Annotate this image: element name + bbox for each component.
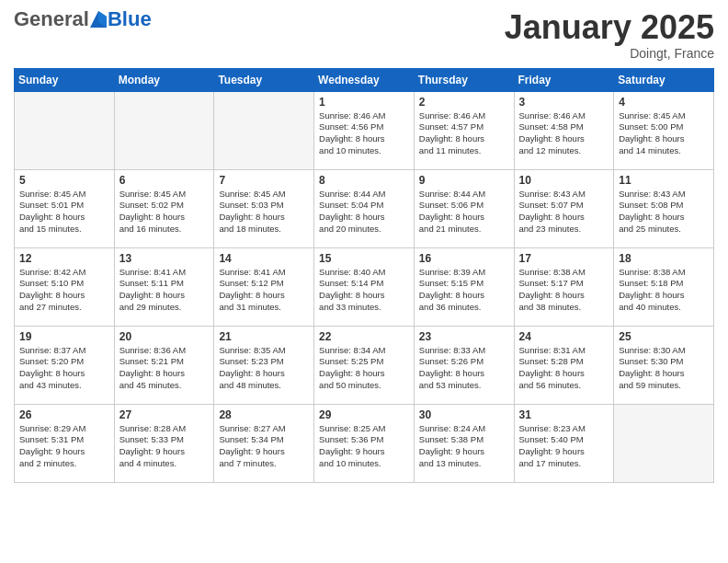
calendar-cell: 25Sunrise: 8:30 AM Sunset: 5:30 PM Dayli… <box>614 326 714 404</box>
calendar-cell: 18Sunrise: 8:38 AM Sunset: 5:18 PM Dayli… <box>614 247 714 326</box>
day-number: 3 <box>519 96 609 109</box>
calendar-week-row: 1Sunrise: 8:46 AM Sunset: 4:56 PM Daylig… <box>15 91 714 169</box>
calendar-cell: 29Sunrise: 8:25 AM Sunset: 5:36 PM Dayli… <box>314 404 415 482</box>
day-number: 9 <box>419 174 509 187</box>
day-info: Sunrise: 8:45 AM Sunset: 5:02 PM Dayligh… <box>119 189 210 236</box>
calendar-header-sunday: Sunday <box>15 68 115 91</box>
day-info: Sunrise: 8:38 AM Sunset: 5:18 PM Dayligh… <box>619 267 709 314</box>
calendar-cell: 24Sunrise: 8:31 AM Sunset: 5:28 PM Dayli… <box>514 326 614 404</box>
calendar-cell: 30Sunrise: 8:24 AM Sunset: 5:38 PM Dayli… <box>414 404 514 482</box>
day-number: 7 <box>219 174 309 187</box>
calendar-cell: 1Sunrise: 8:46 AM Sunset: 4:56 PM Daylig… <box>314 91 415 169</box>
day-number: 21 <box>219 330 309 343</box>
day-info: Sunrise: 8:37 AM Sunset: 5:20 PM Dayligh… <box>19 345 109 392</box>
header: General Blue January 2025 Doingt, France <box>14 9 714 61</box>
calendar-cell <box>214 91 314 169</box>
day-number: 20 <box>119 330 210 343</box>
calendar-cell: 11Sunrise: 8:43 AM Sunset: 5:08 PM Dayli… <box>614 169 714 247</box>
day-number: 4 <box>619 96 709 109</box>
day-info: Sunrise: 8:43 AM Sunset: 5:07 PM Dayligh… <box>519 189 609 236</box>
day-info: Sunrise: 8:38 AM Sunset: 5:17 PM Dayligh… <box>519 267 609 314</box>
calendar-cell: 20Sunrise: 8:36 AM Sunset: 5:21 PM Dayli… <box>114 326 214 404</box>
calendar-header-wednesday: Wednesday <box>314 68 415 91</box>
logo-general-text: General <box>14 9 89 29</box>
day-info: Sunrise: 8:31 AM Sunset: 5:28 PM Dayligh… <box>519 345 609 392</box>
day-info: Sunrise: 8:41 AM Sunset: 5:12 PM Dayligh… <box>219 267 309 314</box>
calendar-cell: 26Sunrise: 8:29 AM Sunset: 5:31 PM Dayli… <box>15 404 115 482</box>
calendar-header-thursday: Thursday <box>414 68 514 91</box>
calendar-cell: 5Sunrise: 8:45 AM Sunset: 5:01 PM Daylig… <box>15 169 115 247</box>
day-info: Sunrise: 8:39 AM Sunset: 5:15 PM Dayligh… <box>419 267 509 314</box>
day-info: Sunrise: 8:44 AM Sunset: 5:04 PM Dayligh… <box>319 189 409 236</box>
day-number: 14 <box>219 252 309 265</box>
calendar-subtitle: Doingt, France <box>505 46 714 61</box>
day-number: 23 <box>419 330 509 343</box>
calendar-cell: 31Sunrise: 8:23 AM Sunset: 5:40 PM Dayli… <box>514 404 614 482</box>
day-number: 15 <box>319 252 409 265</box>
day-number: 26 <box>19 408 109 421</box>
calendar-title: January 2025 <box>505 9 714 46</box>
calendar-cell: 27Sunrise: 8:28 AM Sunset: 5:33 PM Dayli… <box>114 404 214 482</box>
day-info: Sunrise: 8:46 AM Sunset: 4:58 PM Dayligh… <box>519 110 609 157</box>
day-info: Sunrise: 8:29 AM Sunset: 5:31 PM Dayligh… <box>19 423 109 470</box>
calendar-cell <box>15 91 115 169</box>
calendar-cell: 22Sunrise: 8:34 AM Sunset: 5:25 PM Dayli… <box>314 326 415 404</box>
calendar-cell: 23Sunrise: 8:33 AM Sunset: 5:26 PM Dayli… <box>414 326 514 404</box>
calendar-cell: 10Sunrise: 8:43 AM Sunset: 5:07 PM Dayli… <box>514 169 614 247</box>
calendar-cell: 9Sunrise: 8:44 AM Sunset: 5:06 PM Daylig… <box>414 169 514 247</box>
calendar-cell: 4Sunrise: 8:45 AM Sunset: 5:00 PM Daylig… <box>614 91 714 169</box>
day-info: Sunrise: 8:45 AM Sunset: 5:00 PM Dayligh… <box>619 110 709 157</box>
calendar-header-friday: Friday <box>514 68 614 91</box>
day-info: Sunrise: 8:23 AM Sunset: 5:40 PM Dayligh… <box>519 423 609 470</box>
day-number: 13 <box>119 252 210 265</box>
page: General Blue January 2025 Doingt, France… <box>0 0 728 563</box>
calendar-week-row: 5Sunrise: 8:45 AM Sunset: 5:01 PM Daylig… <box>15 169 714 247</box>
day-info: Sunrise: 8:46 AM Sunset: 4:57 PM Dayligh… <box>419 110 509 157</box>
day-number: 12 <box>19 252 109 265</box>
calendar-cell: 8Sunrise: 8:44 AM Sunset: 5:04 PM Daylig… <box>314 169 415 247</box>
calendar-week-row: 12Sunrise: 8:42 AM Sunset: 5:10 PM Dayli… <box>15 247 714 326</box>
day-number: 11 <box>619 174 709 187</box>
day-info: Sunrise: 8:25 AM Sunset: 5:36 PM Dayligh… <box>319 423 409 470</box>
title-block: January 2025 Doingt, France <box>505 9 714 61</box>
calendar-cell: 21Sunrise: 8:35 AM Sunset: 5:23 PM Dayli… <box>214 326 314 404</box>
day-number: 8 <box>319 174 409 187</box>
calendar-header-row: SundayMondayTuesdayWednesdayThursdayFrid… <box>15 68 714 91</box>
calendar-cell <box>114 91 214 169</box>
day-info: Sunrise: 8:45 AM Sunset: 5:01 PM Dayligh… <box>19 189 109 236</box>
day-number: 6 <box>119 174 210 187</box>
day-number: 24 <box>519 330 609 343</box>
day-number: 27 <box>119 408 210 421</box>
calendar-cell: 13Sunrise: 8:41 AM Sunset: 5:11 PM Dayli… <box>114 247 214 326</box>
day-number: 17 <box>519 252 609 265</box>
day-info: Sunrise: 8:41 AM Sunset: 5:11 PM Dayligh… <box>119 267 210 314</box>
calendar-cell: 7Sunrise: 8:45 AM Sunset: 5:03 PM Daylig… <box>214 169 314 247</box>
day-info: Sunrise: 8:34 AM Sunset: 5:25 PM Dayligh… <box>319 345 409 392</box>
calendar-table: SundayMondayTuesdayWednesdayThursdayFrid… <box>14 68 714 483</box>
day-number: 2 <box>419 96 509 109</box>
day-info: Sunrise: 8:42 AM Sunset: 5:10 PM Dayligh… <box>19 267 109 314</box>
day-info: Sunrise: 8:30 AM Sunset: 5:30 PM Dayligh… <box>619 345 709 392</box>
day-number: 28 <box>219 408 309 421</box>
day-info: Sunrise: 8:40 AM Sunset: 5:14 PM Dayligh… <box>319 267 409 314</box>
calendar-cell: 12Sunrise: 8:42 AM Sunset: 5:10 PM Dayli… <box>15 247 115 326</box>
day-info: Sunrise: 8:24 AM Sunset: 5:38 PM Dayligh… <box>419 423 509 470</box>
day-info: Sunrise: 8:46 AM Sunset: 4:56 PM Dayligh… <box>319 110 409 157</box>
calendar-week-row: 26Sunrise: 8:29 AM Sunset: 5:31 PM Dayli… <box>15 404 714 482</box>
day-info: Sunrise: 8:35 AM Sunset: 5:23 PM Dayligh… <box>219 345 309 392</box>
logo: General Blue <box>14 9 152 29</box>
day-number: 22 <box>319 330 409 343</box>
day-info: Sunrise: 8:33 AM Sunset: 5:26 PM Dayligh… <box>419 345 509 392</box>
calendar-cell: 6Sunrise: 8:45 AM Sunset: 5:02 PM Daylig… <box>114 169 214 247</box>
day-number: 30 <box>419 408 509 421</box>
day-info: Sunrise: 8:28 AM Sunset: 5:33 PM Dayligh… <box>119 423 210 470</box>
day-info: Sunrise: 8:44 AM Sunset: 5:06 PM Dayligh… <box>419 189 509 236</box>
calendar-week-row: 19Sunrise: 8:37 AM Sunset: 5:20 PM Dayli… <box>15 326 714 404</box>
day-number: 16 <box>419 252 509 265</box>
day-info: Sunrise: 8:43 AM Sunset: 5:08 PM Dayligh… <box>619 189 709 236</box>
day-info: Sunrise: 8:27 AM Sunset: 5:34 PM Dayligh… <box>219 423 309 470</box>
day-number: 5 <box>19 174 109 187</box>
day-number: 18 <box>619 252 709 265</box>
calendar-cell: 14Sunrise: 8:41 AM Sunset: 5:12 PM Dayli… <box>214 247 314 326</box>
calendar-header-tuesday: Tuesday <box>214 68 314 91</box>
